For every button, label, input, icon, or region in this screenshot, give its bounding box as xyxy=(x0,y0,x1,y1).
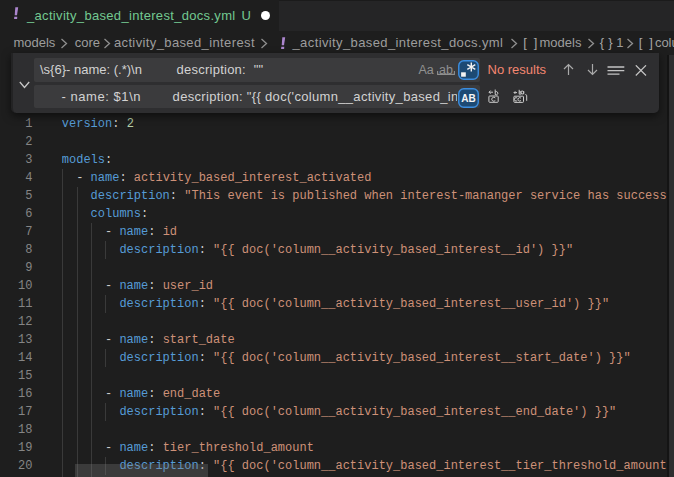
svg-text:AB: AB xyxy=(461,92,475,103)
